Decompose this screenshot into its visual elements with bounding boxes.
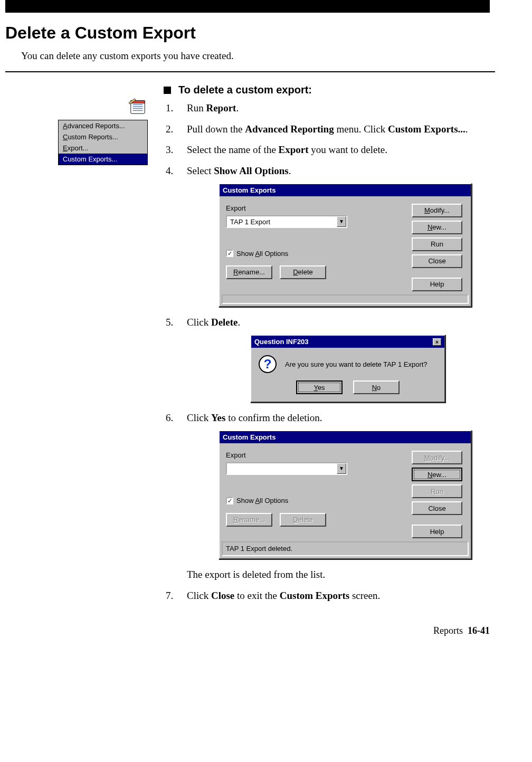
menu-item-custom-reports[interactable]: Custom Reports... (59, 131, 147, 142)
question-mark-icon: ? (259, 355, 277, 373)
dropdown-menu: Advanced Reports... Custom Reports... Ex… (58, 120, 148, 165)
dialog1-export-label: Export (226, 204, 406, 213)
footer-section-label: Reports (433, 625, 463, 636)
dialog2-run-button: Run (412, 484, 462, 498)
dialog2-title-text: Custom Exports (223, 433, 276, 442)
step-7: Click Close to exit the Custom Exports s… (164, 589, 495, 603)
step-2: Pull down the Advanced Reporting menu. C… (164, 122, 495, 136)
horizontal-rule (5, 71, 495, 72)
dialog2-status-bar: TAP 1 Export deleted. (222, 541, 469, 556)
step-6: Click Yes to confirm the deletion. Custo… (164, 411, 495, 581)
menu-item-advanced-reports[interactable]: Advanced Reports... (59, 120, 147, 131)
question-titlebar: Question INF203 × (251, 336, 444, 348)
custom-exports-dialog-1: Custom Exports Export TAP 1 Export ▼ ✓ (218, 183, 472, 308)
dialog1-status-bar (222, 294, 469, 304)
question-yes-button[interactable]: Yes (296, 380, 343, 394)
chevron-down-icon[interactable]: ▼ (337, 216, 346, 227)
dialog1-rename-button[interactable]: Rename... (226, 265, 272, 279)
dialog1-show-all-row[interactable]: ✓ Show All Options (226, 249, 406, 259)
steps-list: Run Report. Pull down the Advanced Repor… (164, 101, 495, 602)
dialog2-export-value (227, 463, 337, 474)
dialog1-show-all-label: Show All Options (236, 249, 288, 259)
procedure-heading: To delete a custom export: (164, 84, 495, 96)
dialog1-help-button[interactable]: Help (412, 278, 462, 291)
step-4: Select Show All Options. Custom Exports … (164, 164, 495, 307)
dialog1-show-all-checkbox[interactable]: ✓ (226, 250, 233, 257)
chevron-down-icon[interactable]: ▼ (337, 463, 346, 474)
dialog1-run-button[interactable]: Run (412, 237, 462, 251)
dialog2-modify-button: Modify... (412, 451, 462, 464)
dialog2-delete-button: Delete (280, 513, 326, 527)
question-title-text: Question INF203 (254, 337, 309, 347)
header-black-bar (5, 0, 490, 13)
dialog2-show-all-label: Show All Options (236, 496, 288, 506)
notepad-icon (128, 98, 148, 116)
dialog2-rename-button: Rename... (226, 513, 272, 527)
dialog2-new-button[interactable]: New... (412, 468, 462, 481)
page-footer: Reports 16-41 (5, 609, 495, 647)
dialog1-export-combo[interactable]: TAP 1 Export ▼ (226, 215, 347, 228)
right-column: To delete a custom export: Run Report. P… (164, 84, 495, 609)
dialog1-titlebar: Custom Exports (220, 184, 471, 197)
dialog1-delete-button[interactable]: Delete (280, 265, 326, 279)
custom-exports-dialog-2: Custom Exports Export ▼ ✓ (218, 430, 472, 559)
step-5: Click Delete. Question INF203 × ? Are yo… (164, 316, 495, 403)
dialog2-close-button[interactable]: Close (412, 501, 462, 515)
content-row: Advanced Reports... Custom Reports... Ex… (5, 84, 495, 609)
dialog1-export-value: TAP 1 Export (227, 216, 337, 227)
close-icon[interactable]: × (433, 338, 441, 346)
after-dialog2-text: The export is deleted from the list. (187, 568, 495, 582)
step-3: Select the name of the Export you want t… (164, 143, 495, 157)
dialog1-body: Export TAP 1 Export ▼ ✓ Show All Options (220, 196, 471, 294)
dialog1-close-button[interactable]: Close (412, 254, 462, 268)
dialog2-export-label: Export (226, 451, 406, 460)
footer-page-number: 16-41 (468, 625, 490, 636)
dialog2-export-combo[interactable]: ▼ (226, 462, 347, 475)
dialog2-titlebar: Custom Exports (220, 431, 471, 444)
menu-item-custom-exports[interactable]: Custom Exports... (59, 154, 147, 165)
left-column: Advanced Reports... Custom Reports... Ex… (5, 84, 164, 165)
dialog2-help-button[interactable]: Help (412, 525, 462, 538)
dialog2-show-all-checkbox[interactable]: ✓ (226, 497, 233, 504)
dialog1-new-button[interactable]: New... (412, 221, 462, 234)
square-bullet-icon (164, 87, 171, 94)
dialog1-modify-button[interactable]: Modify... (412, 204, 462, 217)
step-1: Run Report. (164, 101, 495, 115)
question-message: Are you sure you want to delete TAP 1 Ex… (285, 360, 428, 369)
question-dialog: Question INF203 × ? Are you sure you wan… (250, 335, 445, 403)
dialog2-body: Export ▼ ✓ Show All Options (220, 443, 471, 541)
page: Delete a Custom Export You can delete an… (0, 13, 532, 663)
procedure-heading-text: To delete a custom export: (178, 84, 312, 96)
page-title: Delete a Custom Export (5, 23, 495, 43)
intro-text: You can delete any custom exports you ha… (21, 50, 495, 62)
menu-item-export[interactable]: Export... (59, 142, 147, 154)
question-body: ? Are you sure you want to delete TAP 1 … (251, 348, 444, 402)
dialog2-show-all-row[interactable]: ✓ Show All Options (226, 496, 406, 506)
dialog1-title-text: Custom Exports (223, 186, 276, 195)
question-no-button[interactable]: No (353, 380, 400, 394)
